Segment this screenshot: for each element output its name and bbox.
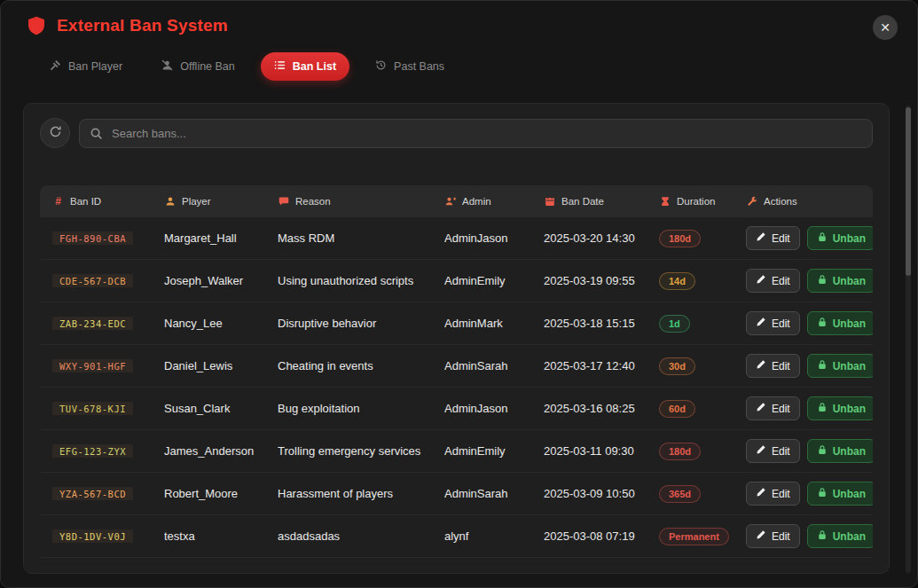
search-input[interactable] xyxy=(79,119,873,148)
table-row: Y8D-1DV-V0J testxa asdadsadas alynf 2025… xyxy=(40,515,873,558)
ban-reason: Mass RDM xyxy=(278,231,444,245)
ban-reason: asdadsadas xyxy=(278,529,444,543)
unban-button[interactable]: Unban xyxy=(807,482,873,506)
tab-label: Ban Player xyxy=(68,60,122,73)
table-body: FGH-890-CBA Margaret_Hall Mass RDM Admin… xyxy=(40,217,873,558)
page-title: External Ban System xyxy=(57,16,228,35)
ban-id-badge: Y8D-1DV-V0J xyxy=(52,529,133,543)
edit-icon xyxy=(756,402,766,415)
hourglass-icon xyxy=(659,196,671,207)
duration-badge: 1d xyxy=(659,315,690,333)
scrollbar[interactable] xyxy=(906,106,911,573)
user-slash-icon xyxy=(161,59,173,74)
ban-date: 2025-03-16 08:25 xyxy=(544,402,659,415)
table-row: YZA-567-BCD Robert_Moore Harassment of p… xyxy=(40,473,873,515)
unban-button[interactable]: Unban xyxy=(807,439,873,463)
header-admin: Admin xyxy=(444,196,544,207)
ban-reason: Cheating in events xyxy=(278,359,444,372)
admin-name: AdminJason xyxy=(444,402,544,415)
refresh-button[interactable] xyxy=(40,118,70,148)
lock-icon xyxy=(817,402,828,415)
duration-badge: Permanent xyxy=(659,528,729,545)
comment-icon xyxy=(278,196,289,207)
lock-icon xyxy=(817,444,828,458)
history-icon xyxy=(375,59,387,74)
edit-button[interactable]: Edit xyxy=(746,396,800,420)
player-name: Susan_Clark xyxy=(164,402,278,415)
ban-reason: Using unauthorized scripts xyxy=(278,274,444,287)
wrench-icon xyxy=(746,196,757,207)
header-ban-id: # Ban ID xyxy=(52,195,164,208)
tab-offline-ban[interactable]: Offline Ban xyxy=(148,52,248,81)
ban-reason: Disruptive behavior xyxy=(278,317,444,330)
calendar-icon xyxy=(544,196,555,207)
table-row: FGH-890-CBA Margaret_Hall Mass RDM Admin… xyxy=(40,217,873,260)
scrollbar-thumb[interactable] xyxy=(906,107,911,276)
edit-button[interactable]: Edit xyxy=(746,269,800,293)
admin-name: AdminJason xyxy=(444,231,544,245)
table-row: WXY-901-HGF Daniel_Lewis Cheating in eve… xyxy=(40,345,873,388)
tab-label: Past Bans xyxy=(394,60,444,73)
ban-date: 2025-03-11 09:30 xyxy=(544,444,659,458)
ban-date: 2025-03-08 07:19 xyxy=(544,529,659,543)
refresh-icon xyxy=(49,125,62,141)
duration-badge: 180d xyxy=(659,443,701,460)
close-button[interactable]: ✕ xyxy=(873,15,898,40)
ban-date: 2025-03-18 15:15 xyxy=(544,317,659,330)
admin-name: AdminMark xyxy=(444,317,544,330)
duration-badge: 365d xyxy=(659,485,701,503)
header-actions: Actions xyxy=(746,196,873,207)
edit-button[interactable]: Edit xyxy=(746,354,800,378)
table-row: ZAB-234-EDC Nancy_Lee Disruptive behavio… xyxy=(40,302,873,345)
admin-name: AdminSarah xyxy=(444,359,544,372)
edit-button[interactable]: Edit xyxy=(746,439,800,463)
edit-icon xyxy=(756,444,766,458)
ban-reason: Harassment of players xyxy=(278,487,444,500)
ban-id-badge: FGH-890-CBA xyxy=(52,231,133,245)
unban-button[interactable]: Unban xyxy=(807,269,873,293)
header-ban-date: Ban Date xyxy=(544,196,659,207)
tab-ban-player[interactable]: Ban Player xyxy=(36,52,136,81)
table-row: CDE-567-DCB Joseph_Walker Using unauthor… xyxy=(40,260,873,302)
unban-button[interactable]: Unban xyxy=(807,396,873,420)
unban-button[interactable]: Unban xyxy=(807,311,873,335)
ban-id-badge: EFG-123-ZYX xyxy=(52,444,133,458)
list-icon xyxy=(274,59,286,74)
titlebar: External Ban System xyxy=(1,1,917,40)
edit-button[interactable]: Edit xyxy=(746,311,800,335)
gavel-icon xyxy=(50,59,61,74)
user-plus-icon xyxy=(444,196,456,207)
admin-name: AdminSarah xyxy=(444,487,544,500)
ban-reason: Bug exploitation xyxy=(278,402,444,415)
table-header: # Ban ID Player Reason xyxy=(40,185,873,217)
player-name: Joseph_Walker xyxy=(164,274,278,287)
table-row: EFG-123-ZYX James_Anderson Trolling emer… xyxy=(40,430,873,473)
duration-badge: 180d xyxy=(659,230,701,247)
lock-icon xyxy=(817,231,828,245)
close-icon: ✕ xyxy=(880,21,891,34)
ban-id-badge: CDE-567-DCB xyxy=(52,274,133,287)
table-row: TUV-678-KJI Susan_Clark Bug exploitation… xyxy=(40,388,873,430)
header-player: Player xyxy=(164,196,278,207)
edit-button[interactable]: Edit xyxy=(746,226,800,250)
tab-ban-list[interactable]: Ban List xyxy=(261,52,349,81)
hash-icon: # xyxy=(52,195,64,208)
ban-date: 2025-03-09 10:50 xyxy=(544,487,659,500)
ban-list-panel: # Ban ID Player Reason xyxy=(23,103,890,574)
duration-badge: 14d xyxy=(659,272,695,290)
ban-table: # Ban ID Player Reason xyxy=(40,185,873,558)
ban-date: 2025-03-19 09:55 xyxy=(544,274,659,287)
tab-past-bans[interactable]: Past Bans xyxy=(362,52,458,81)
unban-button[interactable]: Unban xyxy=(807,354,873,378)
ban-id-badge: TUV-678-KJI xyxy=(52,402,133,415)
ban-id-badge: YZA-567-BCD xyxy=(52,487,133,500)
unban-button[interactable]: Unban xyxy=(807,226,873,250)
tab-label: Offline Ban xyxy=(180,60,235,73)
edit-button[interactable]: Edit xyxy=(746,524,800,548)
shield-icon xyxy=(26,15,47,36)
ban-system-window: External Ban System ✕ Ban Player Offline… xyxy=(0,0,918,588)
unban-button[interactable]: Unban xyxy=(807,524,873,548)
edit-icon xyxy=(756,529,766,543)
duration-badge: 30d xyxy=(659,357,695,375)
edit-button[interactable]: Edit xyxy=(746,482,800,506)
